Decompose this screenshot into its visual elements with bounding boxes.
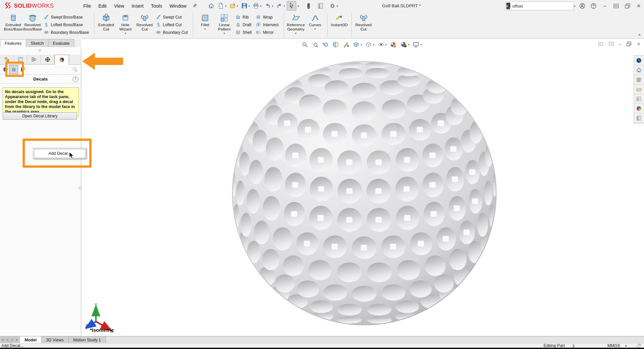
- tab-evaluate[interactable]: Evaluate: [48, 39, 74, 47]
- search-dropdown-icon[interactable]: ▾: [574, 4, 575, 8]
- dropdown-icon[interactable]: ▾: [272, 4, 273, 8]
- ribbon-button-revolved-cut[interactable]: RevolvedCut: [354, 12, 373, 38]
- search-input[interactable]: [510, 4, 573, 9]
- dropdown-icon[interactable]: ▾: [361, 43, 362, 46]
- display-style-button[interactable]: ▾: [364, 40, 375, 49]
- expand-panes-button[interactable]: [613, 3, 619, 9]
- dropdown-icon[interactable]: ▾: [225, 4, 226, 8]
- manager-tab-displaymanager[interactable]: [54, 55, 69, 65]
- next-tab-button[interactable]: [10, 337, 14, 342]
- dropdown-icon[interactable]: ▾: [408, 43, 409, 46]
- menu-view[interactable]: View: [110, 1, 128, 11]
- ribbon-button-wrap[interactable]: Wrap: [255, 13, 281, 21]
- dropdown-icon[interactable]: ▾: [386, 43, 387, 46]
- ribbon-button-rib[interactable]: Rib: [235, 13, 254, 21]
- dropdown-icon[interactable]: ▾: [260, 4, 261, 8]
- toolbar-open-button[interactable]: ▾: [228, 1, 239, 10]
- appearance-disabled-button[interactable]: [70, 65, 79, 74]
- manager-tab-featuremanager[interactable]: [0, 55, 14, 64]
- toolbar-undo-button[interactable]: ▾: [263, 1, 274, 10]
- dropdown-icon[interactable]: ▾: [237, 4, 238, 8]
- close-document-button[interactable]: ✕: [636, 41, 641, 47]
- menu-edit[interactable]: Edit: [95, 1, 110, 11]
- pin-icon[interactable]: [191, 3, 198, 9]
- taskpane-view-palette-button[interactable]: [634, 94, 644, 104]
- minimize-document-button[interactable]: –: [619, 41, 621, 47]
- ribbon-button-swept-cut[interactable]: Swept Cut: [155, 13, 190, 21]
- view-orientation-button[interactable]: ▾: [352, 40, 363, 49]
- ribbon-button-reference-geometry[interactable]: ReferenceGeometry▾: [286, 12, 306, 38]
- previous-tab-button[interactable]: [5, 337, 10, 342]
- zoom-to-area-button[interactable]: [311, 40, 320, 49]
- previous-view-button[interactable]: [321, 40, 330, 49]
- doc-tab-motion-study-1[interactable]: Motion Study 1: [69, 336, 106, 343]
- tab-sketch[interactable]: Sketch: [26, 39, 48, 47]
- toolbar-redo-button[interactable]: ▾: [275, 1, 286, 10]
- tab-features[interactable]: Features: [0, 39, 26, 47]
- toolbar-gear-button[interactable]: ▾: [328, 2, 339, 10]
- toolbar-save-button[interactable]: ▾: [240, 1, 251, 10]
- ribbon-button-instant3d[interactable]: Instant3D: [330, 12, 349, 38]
- ribbon-button-lofted-boss-base[interactable]: Lofted Boss/Base: [43, 21, 92, 29]
- status-units[interactable]: MMGS: [608, 343, 620, 348]
- dropdown-icon[interactable]: ▾: [315, 28, 316, 30]
- ribbon-button-intersect[interactable]: Intersect: [255, 21, 281, 29]
- view-scene-lights-button[interactable]: [19, 65, 27, 74]
- help-icon[interactable]: ?: [73, 76, 78, 82]
- dropdown-icon[interactable]: ▾: [295, 32, 297, 35]
- taskpane-home-button[interactable]: [634, 65, 644, 75]
- toolbar-print-button[interactable]: ▾: [251, 1, 262, 10]
- dropdown-icon[interactable]: ▾: [204, 28, 206, 30]
- view-decals-button[interactable]: [9, 65, 18, 74]
- ribbon-button-boundary-cut[interactable]: Boundary Cut: [155, 29, 190, 36]
- toolbar-newdoc-button[interactable]: ▾: [216, 1, 227, 10]
- previous-document-button[interactable]: [598, 41, 604, 47]
- toolbar-home-button[interactable]: [207, 1, 216, 10]
- pane-handle[interactable]: [38, 49, 41, 52]
- menu-tools[interactable]: Tools: [147, 1, 166, 11]
- toolbar-traffic-button[interactable]: [304, 2, 313, 10]
- dropdown-icon[interactable]: ▾: [336, 4, 338, 8]
- taskpane-design-library-button[interactable]: [634, 75, 644, 85]
- restore-document-button[interactable]: [626, 41, 632, 47]
- add-decal-button[interactable]: Add Decal...: [33, 148, 86, 159]
- taskpane-custom-properties-button[interactable]: [634, 113, 644, 123]
- last-tab-button[interactable]: [15, 337, 19, 342]
- taskpane-solidworks-resources-button[interactable]: [634, 56, 644, 65]
- sketch-annotation-button[interactable]: [341, 40, 350, 49]
- view-settings-button[interactable]: ▾: [411, 40, 422, 49]
- open-decal-library-button[interactable]: Open Decal Library: [3, 112, 77, 120]
- taskpane-file-explorer-button[interactable]: [634, 85, 644, 94]
- dropdown-icon[interactable]: ▾: [420, 43, 422, 46]
- ribbon-button-swept-boss-base[interactable]: Swept Boss/Base: [43, 13, 92, 21]
- ribbon-button-curves[interactable]: Curves▾: [306, 12, 325, 38]
- ribbon-button-extruded-cut[interactable]: ExtrudedCut: [97, 12, 116, 38]
- section-view-button[interactable]: [331, 40, 340, 49]
- toolbar-optlist-button[interactable]: [316, 2, 325, 10]
- restore-button[interactable]: [624, 3, 631, 9]
- ribbon-button-extruded-boss-base[interactable]: ExtrudedBoss/Base: [4, 12, 23, 38]
- ribbon-button-revolved-cut[interactable]: RevolvedCut: [135, 12, 154, 38]
- doc-tab-3d-views[interactable]: 3D Views: [41, 336, 69, 343]
- search-box[interactable]: >_ ▾: [505, 2, 574, 10]
- view-appearances-button[interactable]: [1, 65, 10, 74]
- select-dropdown-icon[interactable]: ▾: [298, 4, 299, 8]
- ribbon-button-revolved-boss-base[interactable]: RevolvedBoss/Base: [23, 12, 42, 38]
- ribbon-button-hole-wizard[interactable]: HoleWizard▾: [116, 12, 135, 38]
- ribbon-button-shell[interactable]: Shell: [235, 29, 254, 36]
- menu-insert[interactable]: Insert: [128, 1, 147, 11]
- graphics-area[interactable]: ▾▾▾▾▾ –✕ Y X Z *Isometric: [81, 39, 644, 336]
- zoom-to-fit-button[interactable]: [300, 40, 309, 49]
- ribbon-collapse-icon[interactable]: ^: [638, 33, 641, 38]
- dropdown-icon[interactable]: ▾: [373, 43, 374, 46]
- first-tab-button[interactable]: [1, 337, 5, 342]
- edit-appearance-button[interactable]: [389, 40, 398, 49]
- ribbon-button-mirror[interactable]: Mirror: [255, 29, 281, 36]
- dropdown-icon[interactable]: ▾: [249, 4, 250, 8]
- golf-ball-model[interactable]: [81, 39, 644, 336]
- taskpane-appearances-scenes-button[interactable]: [634, 104, 644, 113]
- manager-tab-propertymanager[interactable]: [14, 55, 27, 64]
- ribbon-button-boundary-boss-base[interactable]: Boundary Boss/Base: [43, 29, 92, 36]
- apply-scene-button[interactable]: ▾: [399, 40, 410, 49]
- hide-show-items-button[interactable]: ▾: [377, 40, 388, 49]
